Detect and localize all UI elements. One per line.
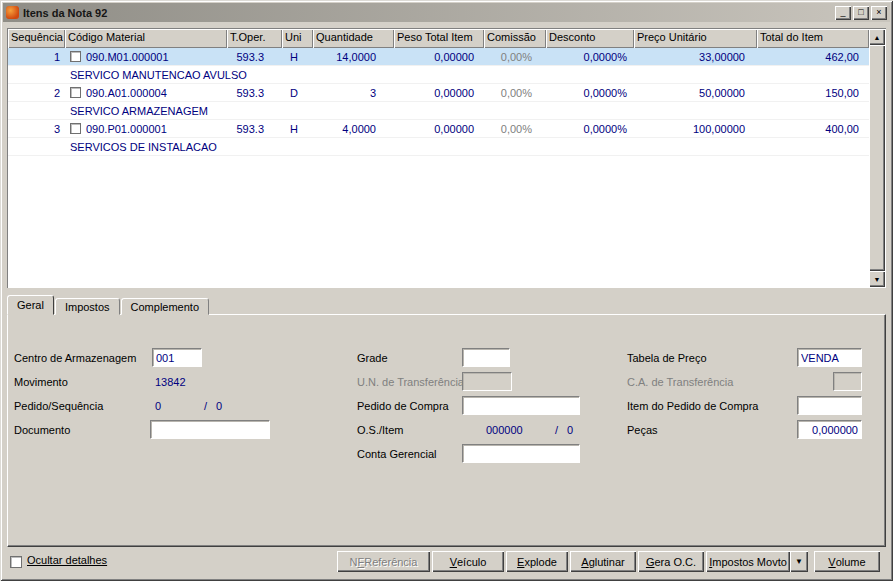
material-description: SERVICO MANUTENCAO AVULSO [65,69,869,81]
aglutinar-button[interactable]: Aglutinar [570,551,636,572]
column-header-codigo-material[interactable]: Código Material [65,29,227,48]
cell-codigo-material: 090.P01.000001 [65,123,227,135]
os-item-label: O.S./Item [357,421,403,439]
cell-preco-unitario: 100,00000 [634,123,757,135]
table-row[interactable]: 2 090.A01.000004 593.3 D 3 0,00000 0,00%… [8,84,869,102]
tab-geral[interactable]: Geral [7,295,54,315]
volume-button[interactable]: Volume [814,551,880,572]
veiculo-button[interactable]: Veículo [432,551,504,572]
column-header-preco-unitario[interactable]: Preço Unitário [634,29,757,48]
cell-uni: H [282,51,313,63]
tab-complemento[interactable]: Complemento [121,298,209,315]
minimize-button[interactable]: _ [835,6,851,20]
nf-referencia-button: NF Referência [337,551,430,572]
pedido-compra-field[interactable] [462,396,580,415]
window-title: Itens da Nota 92 [23,7,833,19]
impostos-movto-dropdown-icon[interactable]: ▼ [790,551,808,572]
cell-uni: D [282,87,313,99]
scroll-up-icon[interactable]: ▲ [869,29,885,45]
cell-desconto: 0,0000% [546,51,634,63]
gera-oc-button[interactable]: Gera O.C. [638,551,704,572]
pedido-compra-label: Pedido de Compra [357,397,449,415]
sequencia-value: 0 [216,397,222,415]
cell-total-item: 150,00 [757,87,869,99]
cell-quantidade: 3 [313,87,394,99]
impostos-movto-button[interactable]: Impostos Movto [706,551,790,572]
explode-button[interactable]: Explode [506,551,568,572]
os-item-value: 0 [567,421,573,439]
cell-toper: 593.3 [227,51,282,63]
os-item-separator: / [555,421,558,439]
table-row[interactable]: 3 090.P01.000001 593.3 H 4,0000 0,00000 … [8,120,869,138]
cell-comissao: 0,00% [484,51,546,63]
cell-preco-unitario: 50,00000 [634,87,757,99]
column-header-peso-total-item[interactable]: Peso Total Item [394,29,484,48]
cell-toper: 593.3 [227,87,282,99]
movimento-value: 13842 [155,373,186,391]
table-row-description[interactable]: SERVICO ARMAZENAGEM [8,102,869,120]
row-checkbox[interactable] [70,51,81,62]
cell-peso: 0,00000 [394,123,484,135]
centro-armazenagem-field[interactable] [152,348,202,367]
cell-peso: 0,00000 [394,51,484,63]
movimento-label: Movimento [14,373,68,391]
conta-gerencial-field[interactable] [462,444,580,463]
row-checkbox[interactable] [70,87,81,98]
documento-field[interactable] [150,420,270,439]
pecas-field[interactable] [797,420,862,439]
geral-tab-panel [7,314,886,547]
ca-transferencia-field [833,372,862,391]
item-pedido-compra-field[interactable] [797,396,862,415]
tab-impostos[interactable]: Impostos [55,298,120,315]
item-pedido-compra-label: Item do Pedido de Compra [627,397,758,415]
cell-toper: 593.3 [227,123,282,135]
column-header-comissao[interactable]: Comissão [484,29,546,48]
cell-preco-unitario: 33,00000 [634,51,757,63]
cell-sequencia: 3 [8,123,65,135]
tabela-preco-field[interactable] [797,348,862,367]
centro-armazenagem-label: Centro de Armazenagem [14,349,136,367]
cell-sequencia: 2 [8,87,65,99]
close-button[interactable]: × [871,6,887,20]
column-header-sequencia[interactable]: Sequência [8,29,65,48]
column-header-toper[interactable]: T.Oper. [227,29,282,48]
column-header-total-do-item[interactable]: Total do Item [757,29,869,48]
column-header-desconto[interactable]: Desconto [546,29,634,48]
vertical-scrollbar[interactable]: ▲ ▼ [869,29,885,287]
app-icon [6,6,19,19]
row-checkbox[interactable] [70,123,81,134]
cell-comissao: 0,00% [484,87,546,99]
table-row[interactable]: 1 090.M01.000001 593.3 H 14,0000 0,00000… [8,48,869,66]
scrollbar-thumb[interactable] [869,45,885,271]
material-code: 090.M01.000001 [86,51,169,63]
documento-label: Documento [14,421,70,439]
items-grid-body: Sequência Código Material T.Oper. Uni Qu… [8,29,869,287]
table-row-description[interactable]: SERVICOS DE INSTALACAO [8,138,869,156]
cell-codigo-material: 090.A01.000004 [65,87,227,99]
itens-da-nota-window: Itens da Nota 92 _ □ × Sequência Código … [0,0,893,581]
material-description: SERVICO ARMAZENAGEM [65,105,869,117]
scroll-down-icon[interactable]: ▼ [869,271,885,287]
table-row-description[interactable]: SERVICO MANUTENCAO AVULSO [8,66,869,84]
cell-total-item: 462,00 [757,51,869,63]
column-header-uni[interactable]: Uni [282,29,313,48]
cell-comissao: 0,00% [484,123,546,135]
un-transferencia-field [462,372,512,391]
ocultar-detalhes-label[interactable]: Ocultar detalhes [27,554,107,566]
ocultar-detalhes-checkbox[interactable] [10,556,22,568]
os-value: 000000 [486,421,523,439]
cell-quantidade: 14,0000 [313,51,394,63]
grade-field[interactable] [462,348,510,367]
ca-transferencia-label: C.A. de Transferência [627,373,733,391]
titlebar[interactable]: Itens da Nota 92 _ □ × [3,3,890,22]
material-code: 090.P01.000001 [86,123,167,135]
items-grid: Sequência Código Material T.Oper. Uni Qu… [7,28,886,288]
column-header-quantidade[interactable]: Quantidade [313,29,394,48]
cell-codigo-material: 090.M01.000001 [65,51,227,63]
cell-quantidade: 4,0000 [313,123,394,135]
cell-desconto: 0,0000% [546,87,634,99]
un-transferencia-label: U.N. de Transferência [357,373,464,391]
pedido-sequencia-label: Pedido/Sequência [14,397,103,415]
material-code: 090.A01.000004 [86,87,167,99]
maximize-button[interactable]: □ [853,6,869,20]
